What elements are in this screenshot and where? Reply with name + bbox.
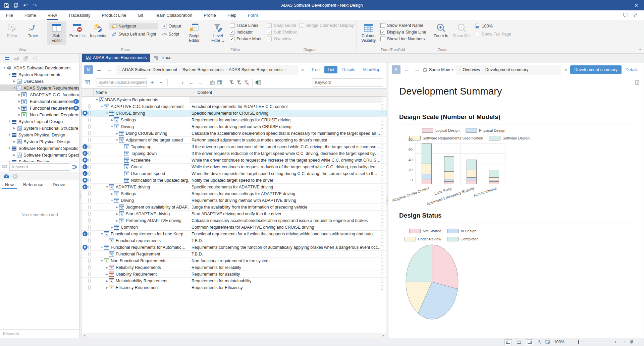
table-row[interactable]: ▶Performing ADAPTIVE drivingCalculate ne… (82, 217, 386, 224)
tree-item[interactable]: ▶System Physical Design (0, 138, 79, 145)
document-tab-adas-system-requirements[interactable]: ADAS System Requirements (82, 54, 150, 62)
table-row[interactable]: FTapping upIf the driver requests an inc… (82, 143, 386, 150)
add-element-icon[interactable]: + (149, 79, 156, 86)
table-row[interactable]: F▼Functional requirements for Automatic…… (82, 244, 386, 251)
sub-pane-badge[interactable]: S (392, 65, 400, 74)
expand-icon[interactable]: ▼ (7, 120, 11, 123)
expand-icon[interactable]: ▼ (7, 133, 11, 136)
collapse-icon[interactable]: ▶ (105, 279, 109, 283)
tree-item[interactable]: ▶Functional requirements fF (0, 98, 79, 105)
scroll-left-icon[interactable]: ◄ (83, 334, 86, 337)
table-row[interactable]: F▼ADAPTIVE drivingSpecific requirements … (82, 184, 386, 190)
filter-check-icon[interactable] (229, 80, 234, 85)
output-button[interactable]: Output (160, 23, 183, 30)
table-row[interactable]: ▶Efficiency RequirementRequirements for … (82, 284, 386, 291)
layout-left-pane-icon[interactable] (504, 339, 512, 345)
expand-icon[interactable]: ▼ (100, 232, 104, 236)
indicator-checkbox[interactable]: ✓Indicator (229, 30, 262, 35)
table-row[interactable]: Functional requirementsT.B.D. (82, 237, 386, 244)
form-breadcrumb-overflow-icon[interactable]: » (563, 67, 568, 72)
breadcrumb-overflow-icon[interactable]: » (300, 67, 305, 72)
undo-icon[interactable]: ↶ (22, 2, 29, 8)
menu-file[interactable]: File (0, 10, 19, 20)
swap-left-and-right-button[interactable]: Swap Left and Right (109, 31, 158, 38)
save-all-icon[interactable] (13, 2, 19, 8)
minimize-button[interactable]: — (599, 0, 614, 10)
expand-icon[interactable]: ▼ (12, 86, 16, 90)
type-dropdown-chevron-icon[interactable]: ⌄ (92, 81, 95, 84)
edit-form-icon[interactable] (635, 80, 640, 85)
toolbox-tab-reference[interactable]: Reference (18, 180, 48, 189)
table-row[interactable]: ▼DrivingRequirements for driving method … (82, 123, 386, 130)
expand-icon[interactable]: ▼ (7, 73, 11, 76)
display-a-single-line-checkbox[interactable]: ✓Display a Single Line (380, 30, 427, 35)
table-row[interactable]: ▶SettingsRequirements for various settin… (82, 117, 386, 123)
table-row[interactable]: ▶Reliability RequirementsRequirements fo… (82, 264, 386, 271)
move-up-icon[interactable]: ↑ (171, 79, 177, 86)
expand-icon[interactable]: ▼ (100, 105, 104, 108)
tree-item[interactable]: ▼System Physical Design (0, 131, 79, 138)
list-keyword-input[interactable] (313, 78, 383, 86)
feedback-comment-icon[interactable] (623, 12, 628, 18)
table-row[interactable]: ▶Usability RequirementRequirements for u… (82, 271, 386, 278)
tree-item[interactable]: ▶Software Requirement Speci (0, 152, 79, 158)
element-type-field[interactable]: SystemFunctionalRequirement (97, 78, 147, 86)
expand-icon[interactable]: ▼ (110, 125, 114, 128)
tree-item[interactable]: ▼ADAS System Requirements (0, 84, 79, 91)
zoom-slider[interactable] (574, 342, 611, 342)
breadcrumb-item[interactable]: ADAS System Requirements (229, 67, 282, 72)
toolbox-keyword-input[interactable] (0, 329, 79, 338)
maximize-button[interactable] (614, 0, 629, 10)
trace-lines-checkbox[interactable]: Trace Lines (229, 23, 262, 28)
layout-right-pane-icon[interactable] (526, 339, 533, 345)
toolbox-tab-new[interactable]: New (0, 180, 18, 189)
search-options-icon[interactable] (72, 164, 77, 170)
menu-form[interactable]: Form (242, 10, 264, 20)
tree-item[interactable]: ▶Non-Functional Requireme (0, 111, 79, 118)
menu-git[interactable]: Git (132, 10, 149, 20)
level-filter-⌄-button[interactable]: ...Level Filter ⌄ (208, 21, 228, 45)
table-row[interactable]: ▶CommonCommon requirements for ADAPTIVE … (82, 224, 386, 231)
window-target-selector[interactable]: Same Main ▾ (423, 67, 453, 72)
show-line-numbers-checkbox[interactable]: Show Line Numbers (380, 36, 427, 42)
tree-item[interactable]: ▶System Functional Structure (0, 125, 79, 131)
zoom-slider-thumb[interactable] (578, 340, 579, 344)
table-row[interactable]: ▼DrivingRequirements for driving method … (82, 197, 386, 204)
menu-home[interactable]: Home (19, 10, 42, 20)
tree-item[interactable]: ▶UseCases (0, 78, 79, 84)
view-mode-tree[interactable]: Tree (308, 66, 323, 73)
table-row[interactable]: Functional RequirementT.B.D. (82, 251, 386, 257)
resize-grip[interactable]: ⋰ (638, 340, 641, 344)
table-row[interactable]: FUse current speedWhen the driver reques… (82, 170, 386, 177)
tree-item[interactable]: ▶ADAPTIVE C.C. functional (0, 91, 79, 98)
feature-mark-checkbox[interactable]: ✓Feature Mark (229, 36, 262, 42)
insert-row-icon[interactable] (210, 80, 215, 85)
main-pane-badge[interactable]: M (84, 65, 93, 74)
collapse-icon[interactable]: ▶ (115, 219, 119, 222)
column-header-content[interactable]: ⋮Content (189, 89, 381, 96)
collapse-icon[interactable]: ▶ (17, 113, 21, 116)
collapse-icon[interactable]: ▶ (110, 192, 114, 195)
move-left-icon[interactable]: ← (188, 79, 195, 86)
breadcrumb-item[interactable]: System Requirements (182, 67, 224, 72)
element-type-icon[interactable] (85, 80, 90, 85)
inspector-button[interactable]: Inspector (89, 21, 108, 40)
collapse-icon[interactable]: ▶ (17, 106, 21, 110)
expand-icon[interactable]: ▼ (7, 160, 11, 162)
collapse-icon[interactable]: ▶ (115, 212, 119, 216)
expand-icon[interactable]: ▼ (105, 185, 109, 189)
table-row[interactable]: FNotification of the updated targ…Notify… (82, 177, 386, 184)
breadcrumb-item[interactable]: Overview (463, 67, 480, 72)
select-columns-icon[interactable] (217, 80, 223, 85)
trace-button[interactable]: Trace (23, 21, 43, 40)
expand-icon[interactable]: ▼ (95, 98, 99, 102)
view-mode-mindmap[interactable]: MindMap (360, 66, 384, 73)
table-row[interactable]: FTapping downIf the driver requests redu… (82, 150, 386, 157)
collapse-icon[interactable]: ▶ (105, 273, 109, 276)
menu-profile[interactable]: Profile (198, 10, 222, 20)
tree-item[interactable]: ▼Software Design (0, 158, 79, 162)
table-row[interactable]: ▼ADAPTIVE C.C. functional requirementFun… (82, 103, 386, 110)
table-row[interactable]: ▼Adjustment of the target speedPerform s… (82, 137, 386, 143)
table-row[interactable]: ▼Non-Functional RequirementsNon-function… (82, 257, 386, 264)
document-tab-trace[interactable]: Trace (150, 54, 175, 62)
